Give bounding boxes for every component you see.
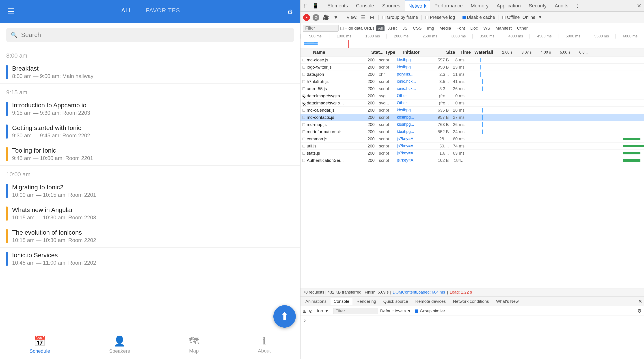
drawer-tab-networkconditions[interactable]: Network conditions (450, 298, 492, 305)
row-checkbox[interactable]: ✕ (302, 94, 305, 97)
manifest-filter-btn[interactable]: Manifest (494, 25, 514, 31)
doc-filter-btn[interactable]: Doc (468, 25, 480, 31)
table-row[interactable]: ✕ data:image/svg+x... 200 svg... Other (… (300, 92, 644, 100)
network-throttle-arrow[interactable]: ▼ (538, 15, 542, 20)
xhr-filter-btn[interactable]: XHR (386, 25, 399, 31)
row-checkbox[interactable] (302, 116, 305, 119)
console-settings-icon[interactable]: ⚙ (637, 308, 642, 314)
table-row[interactable]: util.js 200 script js?key=A... 50.... 74… (300, 142, 644, 150)
nav-schedule[interactable]: 📅 Schedule (30, 335, 50, 354)
nav-about[interactable]: ℹ About (258, 335, 271, 354)
row-checkbox[interactable] (302, 109, 305, 112)
preserve-log-checkbox[interactable] (425, 16, 428, 19)
devtools-close-icon[interactable]: ✕ (637, 3, 641, 9)
media-filter-btn[interactable]: Media (438, 25, 453, 31)
camera-icon[interactable]: 🎥 (322, 14, 330, 21)
nav-speakers[interactable]: 👤 Speakers (109, 335, 130, 354)
ws-filter-btn[interactable]: WS (482, 25, 492, 31)
console-input-arrow[interactable]: › (304, 318, 306, 323)
row-initiator[interactable]: kbsihpg... (397, 129, 433, 134)
table-row[interactable]: md-close.js 200 script kbsihpg... 557 B … (300, 56, 644, 64)
row-initiator[interactable]: kbsihpg... (397, 58, 433, 62)
header-status[interactable]: Stat... (370, 50, 385, 55)
drawer-tab-quicksource[interactable]: Quick source (380, 298, 411, 305)
row-checkbox[interactable] (302, 73, 305, 76)
drawer-tab-console[interactable]: Console (330, 298, 352, 305)
img-filter-btn[interactable]: Img (425, 25, 436, 31)
tab-sources[interactable]: Sources (378, 0, 404, 12)
row-initiator[interactable]: js?key=A... (397, 144, 433, 148)
tab-audits[interactable]: Audits (551, 0, 572, 12)
table-row[interactable]: ✕ data:image/svg+x... 200 svg... Other (… (300, 100, 644, 107)
header-time[interactable]: Time (457, 50, 472, 55)
offline-checkbox[interactable] (502, 16, 506, 19)
event-appcamp[interactable]: Introduction to Appcamp.io 9:15 am — 9:3… (0, 98, 300, 120)
event-ionic-services[interactable]: Ionic.io Services 10:45 am — 11:00 am: R… (0, 248, 300, 270)
row-checkbox[interactable] (302, 123, 305, 126)
hide-data-urls-checkbox[interactable] (340, 27, 344, 30)
css-filter-btn[interactable]: CSS (411, 25, 424, 31)
row-checkbox[interactable] (302, 59, 305, 62)
tab-network[interactable]: Network (405, 0, 430, 12)
event-migrating[interactable]: Migrating to Ionic2 10:00 am — 10:15 am:… (0, 180, 300, 202)
drawer-close-icon[interactable]: ✕ (638, 298, 642, 304)
event-breakfast[interactable]: Breakfast 8:00 am — 9:00 am: Main hallwa… (0, 61, 300, 84)
event-ionicons[interactable]: The evolution of Ionicons 10:15 am — 10:… (0, 225, 300, 248)
drawer-tab-remotedevices[interactable]: Remote devices (412, 298, 449, 305)
table-row[interactable]: md-contacts.js 200 script kbsihpg... 957… (300, 114, 644, 121)
drawer-tab-animations[interactable]: Animations (302, 298, 330, 305)
table-row[interactable]: data.json 200 xhr polyfills... 2.3... 11… (300, 71, 644, 78)
row-initiator[interactable]: js?key=A... (397, 136, 433, 141)
table-row[interactable]: common.js 200 script js?key=A... 28.... … (300, 135, 644, 142)
network-filter-input[interactable] (303, 25, 338, 32)
console-clear-icon[interactable]: ⊘ (309, 308, 312, 314)
row-initiator[interactable]: ionic.hck... (397, 79, 433, 84)
tab-favorites[interactable]: FAVORITES (146, 7, 180, 16)
drawer-tab-rendering[interactable]: Rendering (353, 298, 379, 305)
tab-security[interactable]: Security (525, 0, 550, 12)
group-similar-checkbox[interactable] (415, 310, 418, 312)
row-initiator[interactable]: kbsihpg... (397, 65, 433, 70)
row-checkbox[interactable] (302, 88, 305, 90)
table-row[interactable]: md-calendar.js 200 script kbsihpg... 635… (300, 107, 644, 114)
filter-icon[interactable]: ⚙ (287, 8, 293, 16)
other-filter-btn[interactable]: Other (515, 25, 530, 31)
header-type[interactable]: Type (385, 50, 403, 55)
event-angular[interactable]: Whats new in Angular 10:15 am — 10:30 am… (0, 202, 300, 225)
group-by-frame-checkbox[interactable] (382, 16, 386, 19)
row-initiator[interactable]: js?key=A... (397, 158, 433, 163)
tab-all[interactable]: ALL (121, 7, 132, 16)
header-name[interactable]: Name (307, 50, 370, 55)
row-checkbox[interactable] (302, 66, 305, 68)
record-button[interactable]: ● (303, 14, 310, 21)
table-row[interactable]: AuthenticationSer... 200 script js?key=A… (300, 157, 644, 164)
event-tooling[interactable]: Tooling for Ionic 9:45 am — 10:00 am: Ro… (0, 143, 300, 166)
row-checkbox[interactable] (302, 159, 305, 162)
stop-button[interactable]: ⊘ (312, 14, 319, 21)
view-list-icon[interactable]: ☰ (360, 14, 366, 21)
tab-memory[interactable]: Memory (467, 0, 492, 12)
devtools-pointer-icon[interactable]: ⬚ (303, 2, 310, 10)
header-waterfall[interactable]: Waterfall 2.00 s 3.0v s 4.00 s 5.00 s 6.… (472, 50, 644, 55)
search-input[interactable] (21, 31, 290, 38)
nav-map[interactable]: 🗺 Map (189, 336, 199, 354)
row-checkbox[interactable] (302, 138, 305, 140)
console-filter-input[interactable] (333, 308, 378, 314)
row-checkbox[interactable] (302, 80, 305, 83)
row-initiator[interactable]: kbsihpg... (397, 115, 433, 120)
console-expand-icon[interactable]: ⊞ (303, 308, 306, 314)
js-filter-btn[interactable]: JS (401, 25, 409, 31)
table-row[interactable]: md-map.js 200 script kbsihpg... 763 B 26… (300, 121, 644, 128)
table-row[interactable]: md-information-cir... 200 script kbsihpg… (300, 128, 644, 135)
row-checkbox[interactable] (302, 145, 305, 148)
row-initiator[interactable]: kbsihpg... (397, 122, 433, 127)
row-initiator[interactable]: polyfills... (397, 72, 433, 77)
share-fab[interactable]: ⬆ (274, 305, 296, 328)
devtools-device-icon[interactable]: 📱 (312, 2, 319, 10)
tab-elements[interactable]: Elements (324, 0, 352, 12)
devtools-more-icon[interactable]: ⋮ (573, 2, 582, 10)
row-initiator[interactable]: js?key=A... (397, 151, 433, 156)
menu-icon[interactable]: ☰ (7, 7, 14, 16)
table-row[interactable]: logo-twitter.js 200 script kbsihpg... 95… (300, 64, 644, 71)
all-filter-tag[interactable]: All (376, 25, 384, 31)
